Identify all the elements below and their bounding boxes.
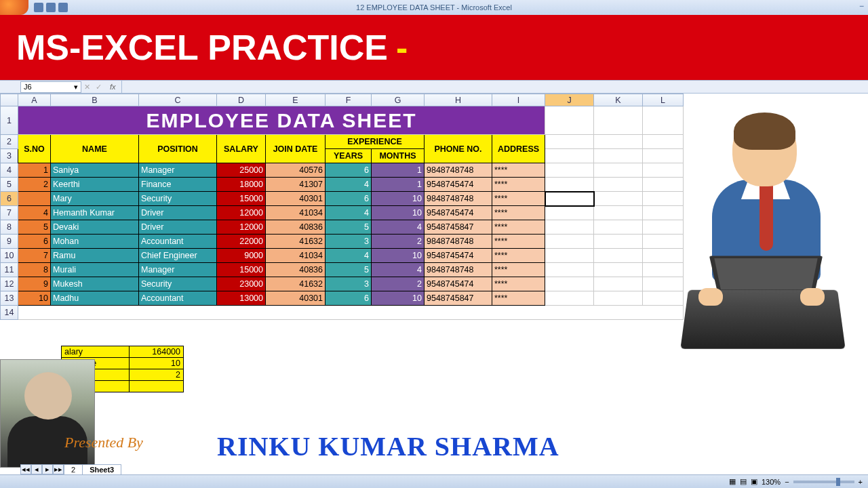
presenter-name: RINKU KUMAR SHARMA <box>217 430 559 462</box>
select-all-corner[interactable] <box>1 94 18 106</box>
col-G[interactable]: G <box>372 94 425 106</box>
col-B[interactable]: B <box>51 94 139 106</box>
col-L[interactable]: L <box>643 94 684 106</box>
hdr-salary[interactable]: SALARY <box>217 135 266 163</box>
tab-nav-prev[interactable]: ◂ <box>31 464 42 474</box>
view-pagebreak-icon[interactable]: ▣ <box>751 477 757 486</box>
row-4[interactable]: 4 <box>1 163 18 178</box>
row-5[interactable]: 5 <box>1 178 18 192</box>
view-layout-icon[interactable]: ▤ <box>740 477 747 486</box>
window-titlebar: 12 EMPLOYEE DATA SHEET - Microsoft Excel… <box>0 0 868 15</box>
zoom-controls: ▦ ▤ ▣ 130% − + <box>729 477 863 486</box>
row-10[interactable]: 10 <box>1 249 18 263</box>
zoom-slider[interactable] <box>793 481 854 483</box>
row-3[interactable]: 3 <box>1 149 18 163</box>
col-K[interactable]: K <box>594 94 643 106</box>
row-8[interactable]: 8 <box>1 220 18 235</box>
row-2[interactable]: 2 <box>1 135 18 149</box>
row-14[interactable]: 14 <box>1 306 18 320</box>
quick-access-toolbar <box>31 3 68 12</box>
tab-nav-next[interactable]: ▸ <box>42 464 53 474</box>
presenter-photo <box>0 359 95 468</box>
zoom-in-button[interactable]: + <box>859 478 863 486</box>
office-button[interactable] <box>0 0 28 15</box>
enter-icon[interactable]: ✓ <box>96 83 102 92</box>
zoom-out-button[interactable]: − <box>785 478 789 486</box>
col-C[interactable]: C <box>139 94 217 106</box>
window-title: 12 EMPLOYEE DATA SHEET - Microsoft Excel <box>356 3 512 12</box>
window-controls: − <box>859 1 864 11</box>
sheet-tab[interactable]: 2 <box>64 464 83 474</box>
cancel-icon[interactable]: ✕ <box>84 83 90 92</box>
name-box-value: J6 <box>24 83 32 91</box>
formula-bar: J6 ▾ ✕ ✓ fx <box>0 80 868 94</box>
name-box[interactable]: J6 ▾ <box>20 81 81 93</box>
tab-nav-last[interactable]: ▸▸ <box>53 464 64 474</box>
minimize-icon[interactable]: − <box>859 1 864 11</box>
hdr-name[interactable]: NAME <box>51 135 139 163</box>
hdr-address[interactable]: ADDRESS <box>492 135 545 163</box>
sheet-tabs: ◂◂ ◂ ▸ ▸▸ 2 Sheet3 <box>20 464 121 474</box>
row-11[interactable]: 11 <box>1 263 18 277</box>
sheet-tab-active[interactable]: Sheet3 <box>82 464 121 474</box>
zoom-level[interactable]: 130% <box>762 478 781 486</box>
sum-label[interactable]: alary <box>62 346 130 358</box>
save-icon[interactable] <box>34 3 43 12</box>
presented-by-label: Presented By <box>64 434 143 451</box>
slide-banner: MS-EXCEL PRACTICE - <box>0 15 868 80</box>
row-1[interactable]: 1 <box>1 106 18 135</box>
active-cell[interactable] <box>545 192 594 206</box>
col-E[interactable]: E <box>266 94 326 106</box>
row-7[interactable]: 7 <box>1 206 18 220</box>
col-I[interactable]: I <box>492 94 545 106</box>
redo-icon[interactable] <box>58 3 68 12</box>
banner-dash: - <box>396 27 408 68</box>
col-H[interactable]: H <box>425 94 492 106</box>
row-9[interactable]: 9 <box>1 235 18 249</box>
person-laptop-clipart <box>658 115 861 352</box>
hdr-months[interactable]: MONTHS <box>372 149 425 163</box>
status-bar: ▦ ▤ ▣ 130% − + <box>0 474 868 488</box>
undo-icon[interactable] <box>46 3 56 12</box>
tab-nav-first[interactable]: ◂◂ <box>20 464 31 474</box>
col-D[interactable]: D <box>217 94 266 106</box>
row-6[interactable]: 6 <box>1 192 18 206</box>
hdr-join[interactable]: JOIN DATE <box>266 135 326 163</box>
hdr-position[interactable]: POSITION <box>139 135 217 163</box>
hdr-experience[interactable]: EXPERIENCE <box>326 135 425 149</box>
table-row[interactable]: 1 <box>18 163 51 178</box>
chevron-down-icon[interactable]: ▾ <box>74 83 78 92</box>
col-J[interactable]: J <box>545 94 594 106</box>
col-F[interactable]: F <box>326 94 372 106</box>
hdr-sno[interactable]: S.NO <box>18 135 51 163</box>
row-12[interactable]: 12 <box>1 277 18 291</box>
banner-text: MS-EXCEL PRACTICE <box>16 27 388 68</box>
sheet-title[interactable]: EMPLOYEE DATA SHEET <box>18 106 545 135</box>
hdr-years[interactable]: YEARS <box>326 149 372 163</box>
col-A[interactable]: A <box>18 94 51 106</box>
view-normal-icon[interactable]: ▦ <box>729 477 736 486</box>
hdr-phone[interactable]: PHONE NO. <box>425 135 492 163</box>
row-13[interactable]: 13 <box>1 291 18 306</box>
formula-input[interactable] <box>121 81 868 93</box>
fx-label[interactable]: fx <box>110 83 116 91</box>
